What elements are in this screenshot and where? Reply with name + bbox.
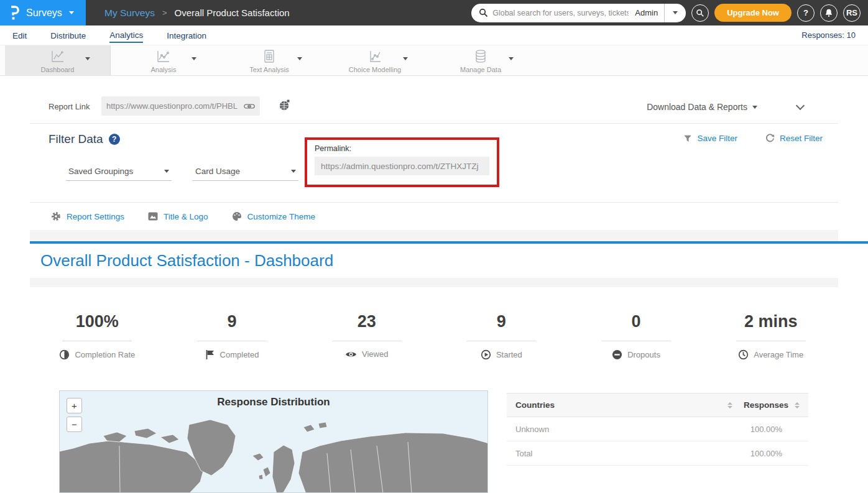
filter-data-heading: Filter Data ? [48, 132, 120, 146]
permalink-highlight-box: Permalink: [305, 137, 499, 187]
divider [30, 123, 838, 124]
countries-table-header: Countries Responses [507, 393, 808, 417]
stat-average-time: 2 mins Average Time [703, 312, 838, 390]
report-settings-row: Report Settings Title & Logo Customize T… [51, 203, 315, 230]
image-icon [148, 212, 158, 221]
permalink-label: Permalink: [315, 144, 489, 153]
response-distribution-map[interactable]: Response Distribution + − [59, 390, 488, 493]
quick-search-button[interactable] [691, 4, 709, 22]
refresh-icon [765, 134, 775, 143]
help-button[interactable]: ? [797, 4, 815, 22]
map-title: Response Distribution [60, 396, 487, 408]
reset-filter-button[interactable]: Reset Filter [765, 134, 823, 143]
report-link-label: Report Link [48, 102, 90, 111]
table-row: Total 100.00% [507, 441, 808, 466]
page-title: Overall Product Satisfaction - Dashboard [30, 251, 333, 270]
notifications-button[interactable] [820, 4, 838, 22]
chevron-down-icon [164, 170, 169, 173]
responses-count: Responses: 10 [801, 30, 856, 40]
stat-started: 9 Started [434, 312, 569, 390]
survey-stats: 100% Completion Rate 9 Completed 23 View… [30, 287, 838, 390]
link-icon[interactable] [244, 103, 255, 110]
funnel-icon [683, 134, 692, 143]
customize-theme-link[interactable]: Customize Theme [232, 211, 315, 221]
tab-analysis-dropdown[interactable] [192, 57, 196, 60]
nav-analytics[interactable]: Analytics [109, 28, 143, 43]
analysis-chart-icon [156, 48, 171, 65]
sort-countries-icon[interactable] [727, 402, 732, 408]
database-icon [474, 48, 487, 65]
analytics-toolbar: Dashboard Analysis Text Analysis Choice … [0, 45, 868, 76]
breadcrumb-current-survey: Overall Product Satisfaction [175, 7, 290, 18]
chevron-down-icon [291, 170, 296, 173]
stat-completion-rate: 100% Completion Rate [30, 312, 165, 390]
questionpro-logo-icon [9, 5, 19, 21]
top-bar: Surveys My Surveys > Overall Product Sat… [0, 0, 868, 25]
tab-text-analysis[interactable]: Text Analysis [216, 45, 322, 75]
tab-manage-data-dropdown[interactable] [509, 57, 514, 60]
tab-manage-data[interactable]: Manage Data [428, 45, 533, 75]
stat-viewed: 23 Viewed [299, 312, 434, 390]
surveys-app-switcher[interactable]: Surveys [0, 0, 86, 25]
search-scope-dropdown[interactable] [665, 4, 686, 22]
card-usage-dropdown[interactable]: Card Usage [193, 162, 298, 181]
tab-dashboard-dropdown[interactable] [85, 57, 90, 60]
tab-dashboard[interactable]: Dashboard [5, 45, 111, 75]
countries-table: Countries Responses Unknown 100.00% Tota… [507, 393, 808, 466]
tab-analysis[interactable]: Analysis [111, 45, 216, 75]
report-link-input[interactable] [106, 101, 244, 111]
countries-column-header[interactable]: Countries [515, 400, 727, 410]
bell-icon [824, 8, 833, 17]
survey-nav: Edit Distribute Analytics Integration Re… [0, 25, 868, 45]
user-avatar[interactable]: RS [843, 4, 861, 22]
title-logo-link[interactable]: Title & Logo [148, 212, 208, 221]
chevron-down-icon [69, 11, 74, 14]
minus-circle-icon [612, 349, 622, 360]
palette-icon [232, 211, 242, 221]
dashboard-chart-icon [50, 48, 65, 65]
map-zoom-controls: + − [67, 398, 82, 432]
sort-responses-icon[interactable] [795, 402, 800, 408]
tab-choice-modelling-dropdown[interactable] [403, 57, 408, 60]
responses-column-header[interactable]: Responses [744, 400, 800, 410]
globe-edit-icon[interactable] [279, 99, 291, 114]
dashboard-title-band: Overall Product Satisfaction - Dashboard [30, 244, 868, 278]
filter-help-icon[interactable]: ? [109, 134, 120, 145]
global-search-input[interactable] [492, 9, 629, 17]
download-data-reports-dropdown[interactable]: Download Data & Reports [647, 102, 757, 112]
flag-icon [205, 349, 215, 360]
report-settings-link[interactable]: Report Settings [51, 211, 124, 221]
nav-integration[interactable]: Integration [167, 29, 206, 42]
choice-modelling-icon [367, 48, 382, 65]
search-icon [479, 8, 488, 17]
breadcrumb: My Surveys > Overall Product Satisfactio… [104, 7, 290, 19]
clock-icon [738, 349, 749, 360]
report-filter-panel: Report Link Download Data & Reports Filt… [30, 90, 838, 230]
saved-groupings-dropdown[interactable]: Saved Groupings [66, 162, 172, 181]
permalink-input[interactable] [315, 157, 489, 175]
section-gap [30, 230, 838, 241]
tab-choice-modelling[interactable]: Choice Modelling [322, 45, 428, 75]
map-zoom-out-button[interactable]: − [67, 417, 82, 432]
text-analysis-icon [262, 48, 276, 65]
tab-text-analysis-dropdown[interactable] [297, 57, 302, 60]
section-gap [30, 278, 838, 287]
save-filter-button[interactable]: Save Filter [683, 134, 737, 143]
stat-completed: 9 Completed [165, 312, 300, 390]
breadcrumb-my-surveys[interactable]: My Surveys [104, 7, 155, 19]
collapse-panel-chevron[interactable] [796, 101, 805, 110]
nav-distribute[interactable]: Distribute [50, 29, 86, 42]
breadcrumb-separator: > [162, 8, 167, 17]
upgrade-now-button[interactable]: Upgrade Now [714, 4, 792, 22]
filter-actions: Save Filter Reset Filter [683, 134, 823, 143]
nav-edit[interactable]: Edit [12, 29, 27, 42]
stat-dropouts: 0 Dropouts [569, 312, 704, 390]
half-circle-icon [59, 349, 70, 360]
global-search: Admin [471, 4, 686, 22]
chevron-down-icon [752, 106, 757, 109]
search-scope-admin[interactable]: Admin [629, 8, 664, 17]
table-row: Unknown 100.00% [507, 417, 808, 441]
product-label: Surveys [26, 7, 62, 19]
map-zoom-in-button[interactable]: + [67, 398, 82, 413]
topbar-actions: Admin Upgrade Now ? RS [471, 4, 868, 22]
